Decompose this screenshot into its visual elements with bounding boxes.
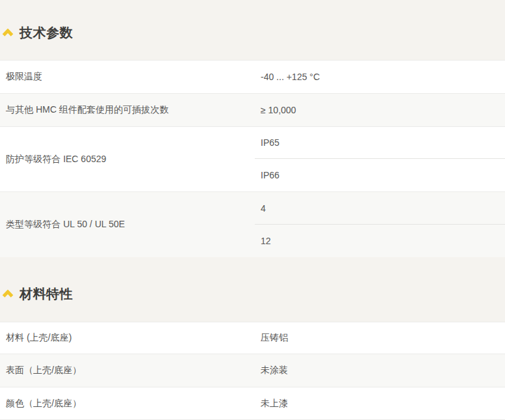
spec-value-group: IP65 IP66 [255, 127, 505, 191]
section-title: 材料特性 [20, 285, 73, 303]
spec-value: 压铸铝 [255, 322, 505, 354]
spec-row-color: 颜色（上壳/底座） 未上漆 [0, 387, 505, 419]
product-spec-page: 技术参数 极限温度 -40 ... +125 °C 与其他 HMC 组件配套使用… [0, 0, 505, 420]
spec-label: 与其他 HMC 组件配套使用的可插拔次数 [0, 94, 255, 126]
section-header-technical-parameters[interactable]: 技术参数 [0, 0, 505, 60]
spec-value: 4 [255, 192, 505, 225]
spec-row-mating-cycles: 与其他 HMC 组件配套使用的可插拔次数 ≥ 10,000 [0, 93, 505, 126]
spec-row-ul-type-rating: 类型等级符合 UL 50 / UL 50E 4 12 [0, 191, 505, 257]
spec-label: 材料 (上壳/底座) [0, 322, 255, 354]
spec-label: 表面（上壳/底座） [0, 354, 255, 387]
spec-label: 防护等级符合 IEC 60529 [0, 127, 255, 191]
spec-value: 未上漆 [255, 387, 505, 419]
spec-value: IP65 [255, 127, 505, 159]
spec-label: 颜色（上壳/底座） [0, 387, 255, 419]
spec-value: -40 ... +125 °C [255, 61, 505, 93]
spec-table-technical: 极限温度 -40 ... +125 °C 与其他 HMC 组件配套使用的可插拔次… [0, 60, 505, 257]
spec-value: ≥ 10,000 [255, 94, 505, 126]
section-technical-parameters: 技术参数 极限温度 -40 ... +125 °C 与其他 HMC 组件配套使用… [0, 0, 505, 257]
spec-value: 12 [255, 225, 505, 257]
spec-table-material: 材料 (上壳/底座) 压铸铝 表面（上壳/底座） 未涂装 颜色（上壳/底座） 未… [0, 322, 505, 420]
section-header-material-properties[interactable]: 材料特性 [0, 257, 505, 322]
chevron-up-icon [2, 29, 14, 36]
spec-row-ip-protection: 防护等级符合 IEC 60529 IP65 IP66 [0, 126, 505, 191]
spec-value: 未涂装 [255, 354, 505, 387]
section-title: 技术参数 [20, 24, 73, 42]
spec-value: IP66 [255, 159, 505, 191]
spec-value-group: 4 12 [255, 192, 505, 257]
spec-row-temperature: 极限温度 -40 ... +125 °C [0, 60, 505, 93]
spec-label: 类型等级符合 UL 50 / UL 50E [0, 192, 255, 257]
spec-row-surface: 表面（上壳/底座） 未涂装 [0, 354, 505, 387]
spec-label: 极限温度 [0, 61, 255, 93]
chevron-up-icon [2, 290, 14, 298]
spec-row-material: 材料 (上壳/底座) 压铸铝 [0, 322, 505, 354]
section-material-properties: 材料特性 材料 (上壳/底座) 压铸铝 表面（上壳/底座） 未涂装 颜色（上壳/… [0, 257, 505, 420]
